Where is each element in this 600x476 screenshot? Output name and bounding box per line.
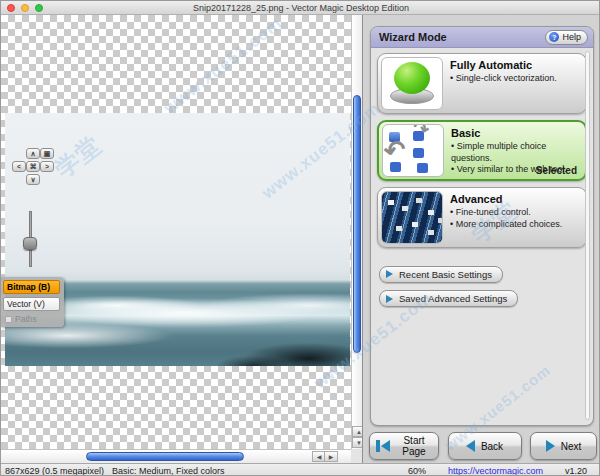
option-bullet: Fine-tuned control.: [450, 207, 582, 219]
app-window: Snip20171228_25.png - Vector Magic Deskt…: [0, 0, 600, 476]
pan-left-button[interactable]: <: [12, 161, 26, 172]
scroll-down-button[interactable]: ▼: [352, 437, 363, 448]
panel-scrollbar-track[interactable]: [585, 51, 590, 420]
horizontal-scrollbar-thumb[interactable]: [86, 452, 244, 461]
back-button[interactable]: Back: [448, 432, 522, 460]
option-basic[interactable]: Basic Simple multiple choice questions. …: [377, 120, 587, 181]
wizard-panel: Wizard Mode ? Help Fully Automatic: [363, 15, 600, 463]
recent-basic-settings-button[interactable]: Recent Basic Settings: [379, 266, 503, 283]
saved-advanced-settings-button[interactable]: Saved Advanced Settings: [379, 290, 518, 307]
pan-up-button[interactable]: ∧: [26, 148, 40, 159]
start-page-button[interactable]: Start Page: [369, 432, 439, 460]
paths-checkbox[interactable]: [5, 316, 12, 323]
pan-down-button[interactable]: ∨: [26, 174, 40, 185]
start-page-icon: [376, 440, 390, 452]
vector-view-button[interactable]: Vector (V): [3, 297, 60, 311]
option-advanced[interactable]: Advanced Fine-tuned control. More compli…: [377, 187, 587, 248]
bitmap-preview-image: [5, 113, 350, 366]
disclosure-triangle-icon: [386, 295, 393, 303]
disclosure-triangle-icon: [386, 270, 393, 278]
option-fully-automatic[interactable]: Fully Automatic Single-click vectorizati…: [377, 53, 587, 114]
paths-checkbox-row[interactable]: Paths: [5, 314, 61, 324]
minimize-button[interactable]: [21, 4, 29, 12]
wizard-box: Wizard Mode ? Help Fully Automatic: [370, 26, 594, 426]
option-bullet: Single-click vectorization.: [450, 73, 582, 85]
scroll-right-button[interactable]: ▶: [324, 451, 338, 462]
option-title: Advanced: [450, 193, 582, 205]
preview-pane: ∧ ▣ < ⌘ > ∨ Bitmap (B) Vector (V) Paths: [1, 15, 363, 463]
vertical-scrollbar-thumb[interactable]: [353, 95, 361, 353]
option-title: Fully Automatic: [450, 59, 582, 71]
pan-right-button[interactable]: >: [40, 161, 54, 172]
fit-view-button[interactable]: ▣: [40, 148, 54, 159]
help-label: Help: [562, 32, 581, 42]
back-arrow-icon: [466, 440, 475, 452]
selected-badge: Selected: [536, 165, 577, 176]
wizard-nav-buttons: Start Page Back Next: [369, 431, 597, 461]
zoom-slider[interactable]: [23, 211, 37, 267]
option-bullet: Simple multiple choice questions.: [451, 141, 581, 164]
vertical-scrollbar[interactable]: ▲ ▼: [351, 15, 363, 449]
help-button[interactable]: ? Help: [545, 30, 588, 45]
close-button[interactable]: [7, 4, 15, 12]
app-version: v1.20: [565, 466, 587, 476]
horizontal-scrollbar[interactable]: ◀ ▶: [1, 449, 351, 463]
scroll-up-button[interactable]: ▲: [352, 426, 363, 437]
view-toggle-panel: Bitmap (B) Vector (V) Paths: [1, 277, 64, 327]
next-button[interactable]: Next: [530, 432, 597, 460]
bitmap-view-button[interactable]: Bitmap (B): [3, 280, 60, 294]
traffic-lights: [7, 4, 43, 12]
green-button-icon: [381, 57, 443, 110]
paths-label: Paths: [15, 314, 37, 324]
vectormagic-link[interactable]: https://vectormagic.com: [448, 466, 543, 476]
maximize-button[interactable]: [35, 4, 43, 12]
wizard-header: Wizard Mode ? Help: [371, 27, 593, 48]
status-bar: 867x629 (0.5 megapixel) Basic: Medium, F…: [1, 463, 600, 476]
current-settings: Basic: Medium, Fixed colors: [112, 466, 225, 476]
scrollbar-corner: [351, 449, 363, 463]
next-arrow-icon: [546, 440, 555, 452]
title-bar: Snip20171228_25.png - Vector Magic Deskt…: [1, 1, 600, 15]
option-title: Basic: [451, 127, 581, 139]
flowchart-icon: [382, 124, 444, 177]
pan-navigation-pad: ∧ ▣ < ⌘ > ∨: [12, 148, 52, 185]
wizard-title: Wizard Mode: [379, 31, 545, 43]
mixing-console-icon: [381, 191, 443, 244]
main-area: ∧ ▣ < ⌘ > ∨ Bitmap (B) Vector (V) Paths: [1, 15, 600, 463]
image-dimensions: 867x629 (0.5 megapixel): [5, 466, 104, 476]
window-title: Snip20171228_25.png - Vector Magic Deskt…: [1, 3, 600, 13]
zoom-level: 60%: [408, 466, 426, 476]
option-bullet: More complicated choices.: [450, 219, 582, 231]
wizard-options: Fully Automatic Single-click vectorizati…: [371, 48, 593, 248]
zoom-slider-handle[interactable]: [23, 237, 37, 250]
question-mark-icon: ?: [549, 32, 559, 42]
actual-size-button[interactable]: ⌘: [26, 161, 40, 172]
